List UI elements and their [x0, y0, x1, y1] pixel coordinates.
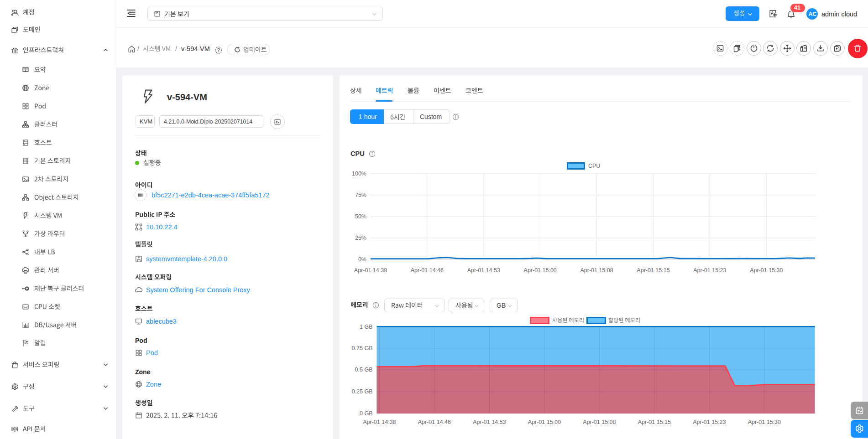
svg-text:0.5 GB: 0.5 GB — [355, 367, 373, 373]
svg-text:Apr-01 14:53: Apr-01 14:53 — [467, 267, 500, 274]
svg-text:0 GB: 0 GB — [360, 410, 373, 417]
svg-text:100%: 100% — [352, 170, 366, 177]
svg-text:Apr-01 15:30: Apr-01 15:30 — [748, 419, 781, 425]
svg-text:Apr-01 15:08: Apr-01 15:08 — [580, 267, 613, 274]
svg-text:25%: 25% — [355, 235, 366, 241]
svg-text:0.75 GB: 0.75 GB — [352, 345, 373, 351]
svg-text:Apr-01 15:08: Apr-01 15:08 — [583, 419, 616, 425]
svg-text:Apr-01 15:30: Apr-01 15:30 — [750, 267, 783, 274]
svg-text:Apr-01 15:15: Apr-01 15:15 — [637, 267, 669, 274]
svg-text:0%: 0% — [358, 256, 366, 263]
svg-text:Apr-01 14:53: Apr-01 14:53 — [473, 419, 506, 425]
svg-text:Apr-01 15:00: Apr-01 15:00 — [524, 267, 557, 274]
svg-text:Apr-01 14:46: Apr-01 14:46 — [418, 419, 451, 425]
svg-text:Apr-01 15:23: Apr-01 15:23 — [693, 419, 726, 425]
svg-text:0.25 GB: 0.25 GB — [352, 388, 373, 395]
svg-text:75%: 75% — [355, 192, 366, 198]
svg-text:Apr-01 15:15: Apr-01 15:15 — [638, 419, 671, 425]
svg-text:Apr-01 14:46: Apr-01 14:46 — [411, 267, 444, 274]
svg-text:Apr-01 14:38: Apr-01 14:38 — [363, 419, 396, 425]
svg-text:Apr-01 14:38: Apr-01 14:38 — [354, 267, 387, 274]
svg-text:Apr-01 15:23: Apr-01 15:23 — [693, 267, 726, 274]
svg-text:Apr-01 15:00: Apr-01 15:00 — [528, 419, 561, 425]
svg-text:1 GB: 1 GB — [360, 324, 373, 330]
svg-text:50%: 50% — [355, 213, 366, 220]
